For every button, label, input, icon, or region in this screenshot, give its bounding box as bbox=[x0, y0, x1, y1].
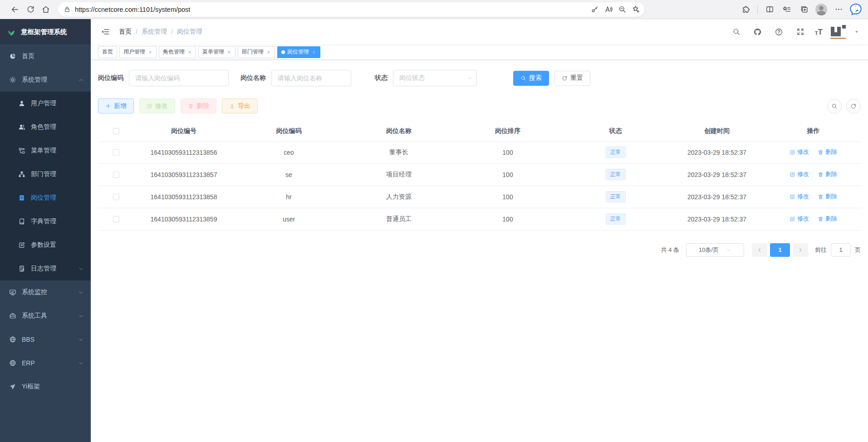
refresh-table-button[interactable] bbox=[846, 99, 861, 113]
row-checkbox[interactable] bbox=[113, 172, 119, 178]
sidebar-item-label: 岗位管理 bbox=[31, 194, 56, 202]
row-edit-link[interactable]: 修改 bbox=[790, 215, 809, 223]
tag-close-icon[interactable] bbox=[226, 49, 231, 54]
prev-page-button[interactable] bbox=[752, 243, 767, 257]
tag-post-mgmt-active[interactable]: 岗位管理 bbox=[277, 46, 320, 58]
tag-role-mgmt[interactable]: 角色管理 bbox=[159, 46, 196, 58]
add-favorite-button[interactable] bbox=[629, 3, 642, 16]
row-delete-label: 删除 bbox=[825, 170, 837, 178]
browser-refresh-button[interactable] bbox=[23, 2, 38, 17]
address-bar[interactable]: https://ccnetcore.com:1101/system/post bbox=[58, 2, 644, 17]
fullscreen-button[interactable] bbox=[794, 25, 807, 39]
header-search-button[interactable] bbox=[730, 25, 743, 39]
row-edit-link[interactable]: 修改 bbox=[790, 192, 809, 201]
tag-close-icon[interactable] bbox=[187, 49, 192, 54]
user-avatar-menu[interactable] bbox=[830, 25, 846, 39]
font-size-button[interactable]: TT bbox=[815, 28, 823, 36]
caret-down-icon[interactable] bbox=[854, 29, 859, 34]
col-created: 创建时间 bbox=[669, 121, 765, 141]
tag-dept-mgmt[interactable]: 部门管理 bbox=[238, 46, 275, 58]
browser-back-button[interactable] bbox=[7, 2, 23, 17]
row-delete-link[interactable]: 删除 bbox=[818, 170, 837, 178]
tag-close-icon[interactable] bbox=[147, 49, 152, 54]
url-text[interactable]: https://ccnetcore.com:1101/system/post bbox=[75, 6, 588, 13]
zoom-out-button[interactable] bbox=[615, 3, 629, 16]
split-screen-button[interactable] bbox=[762, 2, 777, 17]
row-delete-link[interactable]: 删除 bbox=[818, 148, 837, 156]
sidebar-item-system-mgmt[interactable]: 系统管理 bbox=[0, 68, 91, 92]
favorites-button[interactable] bbox=[779, 2, 794, 17]
tag-label: 用户管理 bbox=[123, 48, 145, 56]
page-size-select[interactable]: 10条/页 bbox=[686, 243, 744, 257]
sidebar-item-erp[interactable]: ERP bbox=[0, 351, 91, 375]
help-button[interactable] bbox=[772, 25, 786, 39]
sidebar-item-post-mgmt[interactable]: 岗位管理 bbox=[0, 186, 91, 210]
add-button[interactable]: 新增 bbox=[98, 98, 134, 113]
tag-menu-mgmt[interactable]: 菜单管理 bbox=[198, 46, 235, 58]
row-delete-link[interactable]: 删除 bbox=[818, 192, 837, 201]
row-edit-link[interactable]: 修改 bbox=[790, 148, 809, 156]
font-size-big-glyph: T bbox=[818, 28, 823, 36]
current-page-button[interactable]: 1 bbox=[770, 243, 790, 257]
sidebar-item-system-tools[interactable]: 系统工具 bbox=[0, 304, 91, 328]
row-checkbox[interactable] bbox=[113, 194, 119, 200]
status-select[interactable]: 岗位状态 bbox=[393, 70, 477, 86]
sidebar-item-param-settings[interactable]: 参数设置 bbox=[0, 233, 91, 257]
cell-post-sort: 100 bbox=[453, 163, 562, 186]
extensions-button[interactable] bbox=[738, 2, 753, 17]
sidebar-item-bbs[interactable]: BBS bbox=[0, 328, 91, 351]
app-logo[interactable]: 意框架管理系统 bbox=[0, 19, 91, 44]
search-button[interactable]: 搜索 bbox=[513, 71, 549, 86]
read-aloud-button[interactable] bbox=[602, 3, 615, 16]
tag-home[interactable]: 首页 bbox=[98, 46, 117, 58]
tag-close-icon[interactable] bbox=[311, 49, 316, 54]
delete-button[interactable]: 删除 bbox=[181, 98, 216, 113]
table-row[interactable]: 1641030593112313859 user 普通员工 100 正常 202… bbox=[98, 208, 862, 230]
sidebar-item-dept-mgmt[interactable]: 部门管理 bbox=[0, 162, 91, 186]
tag-label: 岗位管理 bbox=[287, 48, 309, 56]
sidebar-item-yi-framework[interactable]: Yi框架 bbox=[0, 375, 91, 398]
post-name-input[interactable] bbox=[271, 70, 351, 86]
puzzle-icon bbox=[741, 5, 750, 14]
sidebar-item-home[interactable]: 首页 bbox=[0, 44, 91, 68]
row-checkbox[interactable] bbox=[113, 216, 119, 222]
row-edit-link[interactable]: 修改 bbox=[790, 170, 809, 178]
next-page-button[interactable] bbox=[793, 243, 808, 257]
sidebar-item-user-mgmt[interactable]: 用户管理 bbox=[0, 92, 91, 115]
table-row[interactable]: 1641030593112313858 hr 人力资源 100 正常 2023-… bbox=[98, 186, 862, 208]
sidebar-collapse-button[interactable] bbox=[97, 24, 113, 40]
show-search-toggle-button[interactable] bbox=[827, 99, 842, 113]
row-delete-link[interactable]: 删除 bbox=[818, 215, 837, 223]
cell-post-sort: 100 bbox=[453, 141, 562, 163]
reset-button[interactable]: 重置 bbox=[554, 71, 590, 86]
breadcrumb-home[interactable]: 首页 bbox=[119, 28, 132, 36]
profile-button[interactable] bbox=[814, 2, 829, 17]
sidebar-item-dict-mgmt[interactable]: 字典管理 bbox=[0, 210, 91, 233]
post-code-input[interactable] bbox=[129, 70, 229, 86]
status-select-placeholder: 岗位状态 bbox=[399, 74, 425, 82]
search-button-label: 搜索 bbox=[529, 74, 542, 82]
bing-chat-button[interactable] bbox=[848, 2, 863, 17]
table-row[interactable]: 1641030593112313857 se 项目经理 100 正常 2023-… bbox=[98, 163, 862, 186]
refresh-icon bbox=[562, 75, 568, 81]
sidebar-item-menu-mgmt[interactable]: 菜单管理 bbox=[0, 139, 91, 162]
export-button[interactable]: 导出 bbox=[222, 98, 258, 113]
row-checkbox[interactable] bbox=[113, 149, 119, 156]
sidebar-item-role-mgmt[interactable]: 角色管理 bbox=[0, 115, 91, 139]
tag-close-icon[interactable] bbox=[266, 49, 271, 54]
sidebar-item-system-monitor[interactable]: 系统监控 bbox=[0, 280, 91, 304]
edit-button[interactable]: 修改 bbox=[139, 98, 175, 113]
browser-home-button[interactable] bbox=[38, 2, 54, 17]
breadcrumb: 首页 / 系统管理 / 岗位管理 bbox=[119, 28, 202, 36]
favorites-star-icon bbox=[782, 5, 791, 14]
chevron-down-icon bbox=[78, 266, 83, 271]
table-row[interactable]: 1641030593112313856 ceo 董事长 100 正常 2023-… bbox=[98, 141, 862, 163]
collections-button[interactable] bbox=[796, 2, 812, 17]
sidebar-item-log-mgmt[interactable]: 日志管理 bbox=[0, 257, 91, 280]
browser-menu-button[interactable] bbox=[831, 2, 846, 17]
goto-page-input[interactable] bbox=[831, 243, 851, 257]
github-link-button[interactable] bbox=[751, 25, 765, 39]
tag-user-mgmt[interactable]: 用户管理 bbox=[119, 46, 157, 58]
select-all-checkbox[interactable] bbox=[113, 128, 119, 134]
password-key-button[interactable] bbox=[588, 3, 602, 16]
